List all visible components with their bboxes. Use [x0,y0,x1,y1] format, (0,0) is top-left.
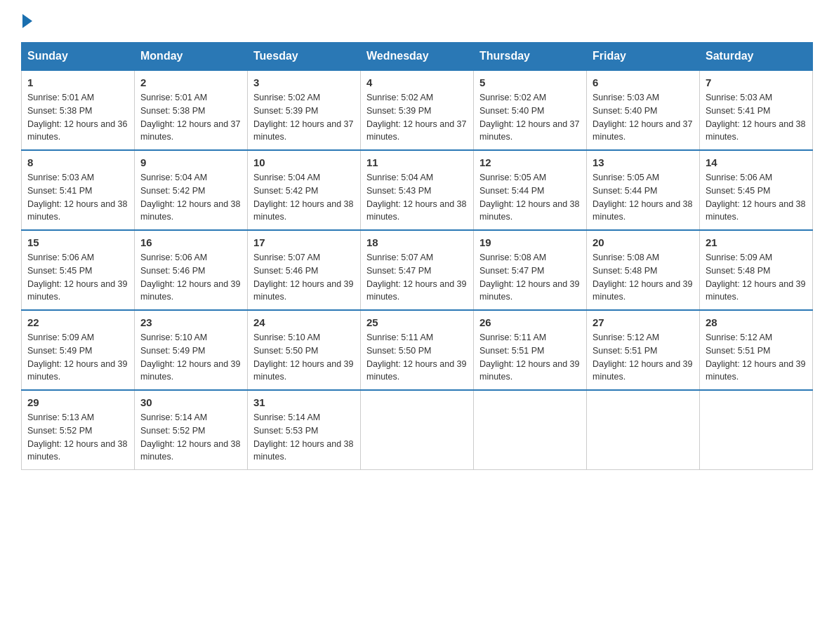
col-header-thursday: Thursday [474,43,587,71]
day-number: 14 [706,156,807,168]
day-info: Sunrise: 5:06 AMSunset: 5:45 PMDaylight:… [706,173,805,222]
day-number: 6 [593,76,694,88]
calendar-cell: 25 Sunrise: 5:11 AMSunset: 5:50 PMDaylig… [361,310,474,390]
calendar-cell: 9 Sunrise: 5:04 AMSunset: 5:42 PMDayligh… [135,150,248,230]
day-number: 2 [140,76,241,88]
calendar-cell: 10 Sunrise: 5:04 AMSunset: 5:42 PMDaylig… [248,150,361,230]
calendar-cell: 21 Sunrise: 5:09 AMSunset: 5:48 PMDaylig… [700,230,813,310]
logo-triangle-icon [22,14,32,28]
calendar-cell: 24 Sunrise: 5:10 AMSunset: 5:50 PMDaylig… [248,310,361,390]
day-number: 9 [140,156,241,168]
calendar-cell [700,390,813,470]
col-header-friday: Friday [587,43,700,71]
calendar-week-5: 29 Sunrise: 5:13 AMSunset: 5:52 PMDaylig… [22,390,813,470]
calendar-header-row: SundayMondayTuesdayWednesdayThursdayFrid… [22,43,813,71]
day-number: 23 [140,316,241,328]
day-info: Sunrise: 5:10 AMSunset: 5:50 PMDaylight:… [253,333,353,382]
calendar-cell: 30 Sunrise: 5:14 AMSunset: 5:52 PMDaylig… [135,390,248,470]
calendar-cell: 27 Sunrise: 5:12 AMSunset: 5:51 PMDaylig… [587,310,700,390]
day-number: 28 [706,316,807,328]
calendar-week-3: 15 Sunrise: 5:06 AMSunset: 5:45 PMDaylig… [22,230,813,310]
calendar-cell: 12 Sunrise: 5:05 AMSunset: 5:44 PMDaylig… [474,150,587,230]
calendar-cell: 17 Sunrise: 5:07 AMSunset: 5:46 PMDaylig… [248,230,361,310]
calendar-cell: 7 Sunrise: 5:03 AMSunset: 5:41 PMDayligh… [700,70,813,150]
day-info: Sunrise: 5:13 AMSunset: 5:52 PMDaylight:… [27,412,127,462]
calendar-cell: 16 Sunrise: 5:06 AMSunset: 5:46 PMDaylig… [135,230,248,310]
day-number: 15 [27,236,128,248]
day-info: Sunrise: 5:04 AMSunset: 5:42 PMDaylight:… [253,173,353,222]
day-info: Sunrise: 5:02 AMSunset: 5:39 PMDaylight:… [366,93,466,142]
calendar-cell: 26 Sunrise: 5:11 AMSunset: 5:51 PMDaylig… [474,310,587,390]
calendar-cell: 20 Sunrise: 5:08 AMSunset: 5:48 PMDaylig… [587,230,700,310]
day-number: 17 [253,236,355,248]
day-number: 31 [253,396,355,408]
day-number: 5 [479,76,581,88]
day-number: 30 [140,396,241,408]
day-info: Sunrise: 5:12 AMSunset: 5:51 PMDaylight:… [593,333,692,382]
calendar-cell: 19 Sunrise: 5:08 AMSunset: 5:47 PMDaylig… [474,230,587,310]
day-number: 10 [253,156,355,168]
calendar-cell: 29 Sunrise: 5:13 AMSunset: 5:52 PMDaylig… [22,390,135,470]
day-info: Sunrise: 5:08 AMSunset: 5:47 PMDaylight:… [479,253,579,302]
calendar-cell: 23 Sunrise: 5:10 AMSunset: 5:49 PMDaylig… [135,310,248,390]
day-info: Sunrise: 5:01 AMSunset: 5:38 PMDaylight:… [27,93,127,142]
col-header-wednesday: Wednesday [361,43,474,71]
day-number: 3 [253,76,355,88]
day-info: Sunrise: 5:04 AMSunset: 5:42 PMDaylight:… [140,173,240,222]
day-number: 16 [140,236,241,248]
day-number: 13 [593,156,694,168]
day-number: 27 [593,316,694,328]
day-number: 18 [366,236,468,248]
calendar-cell: 3 Sunrise: 5:02 AMSunset: 5:39 PMDayligh… [248,70,361,150]
calendar-cell: 6 Sunrise: 5:03 AMSunset: 5:40 PMDayligh… [587,70,700,150]
day-number: 25 [366,316,468,328]
calendar-cell: 1 Sunrise: 5:01 AMSunset: 5:38 PMDayligh… [22,70,135,150]
day-info: Sunrise: 5:02 AMSunset: 5:39 PMDaylight:… [253,93,353,142]
calendar-cell: 31 Sunrise: 5:14 AMSunset: 5:53 PMDaylig… [248,390,361,470]
calendar-cell: 18 Sunrise: 5:07 AMSunset: 5:47 PMDaylig… [361,230,474,310]
calendar-cell: 11 Sunrise: 5:04 AMSunset: 5:43 PMDaylig… [361,150,474,230]
day-info: Sunrise: 5:05 AMSunset: 5:44 PMDaylight:… [593,173,692,222]
calendar-cell: 2 Sunrise: 5:01 AMSunset: 5:38 PMDayligh… [135,70,248,150]
day-info: Sunrise: 5:01 AMSunset: 5:38 PMDaylight:… [140,93,240,142]
page-header [21,14,813,29]
day-number: 26 [479,316,581,328]
calendar-cell: 28 Sunrise: 5:12 AMSunset: 5:51 PMDaylig… [700,310,813,390]
day-info: Sunrise: 5:03 AMSunset: 5:40 PMDaylight:… [593,93,692,142]
day-info: Sunrise: 5:04 AMSunset: 5:43 PMDaylight:… [366,173,466,222]
day-info: Sunrise: 5:08 AMSunset: 5:48 PMDaylight:… [593,253,692,302]
calendar-cell: 13 Sunrise: 5:05 AMSunset: 5:44 PMDaylig… [587,150,700,230]
day-number: 11 [366,156,468,168]
day-info: Sunrise: 5:05 AMSunset: 5:44 PMDaylight:… [479,173,579,222]
day-number: 8 [27,156,128,168]
col-header-monday: Monday [135,43,248,71]
calendar-table: SundayMondayTuesdayWednesdayThursdayFrid… [21,42,813,470]
day-info: Sunrise: 5:11 AMSunset: 5:51 PMDaylight:… [479,333,579,382]
day-info: Sunrise: 5:14 AMSunset: 5:53 PMDaylight:… [253,412,353,462]
calendar-cell: 15 Sunrise: 5:06 AMSunset: 5:45 PMDaylig… [22,230,135,310]
calendar-week-4: 22 Sunrise: 5:09 AMSunset: 5:49 PMDaylig… [22,310,813,390]
day-number: 1 [27,76,128,88]
calendar-cell: 8 Sunrise: 5:03 AMSunset: 5:41 PMDayligh… [22,150,135,230]
logo [21,14,32,29]
day-info: Sunrise: 5:06 AMSunset: 5:45 PMDaylight:… [27,253,127,302]
day-info: Sunrise: 5:11 AMSunset: 5:50 PMDaylight:… [366,333,466,382]
day-info: Sunrise: 5:03 AMSunset: 5:41 PMDaylight:… [27,173,127,222]
calendar-week-1: 1 Sunrise: 5:01 AMSunset: 5:38 PMDayligh… [22,70,813,150]
day-number: 24 [253,316,355,328]
day-number: 29 [27,396,128,408]
day-info: Sunrise: 5:07 AMSunset: 5:46 PMDaylight:… [253,253,353,302]
day-number: 19 [479,236,581,248]
calendar-cell: 14 Sunrise: 5:06 AMSunset: 5:45 PMDaylig… [700,150,813,230]
day-number: 12 [479,156,581,168]
col-header-tuesday: Tuesday [248,43,361,71]
day-info: Sunrise: 5:03 AMSunset: 5:41 PMDaylight:… [706,93,805,142]
calendar-cell: 5 Sunrise: 5:02 AMSunset: 5:40 PMDayligh… [474,70,587,150]
calendar-cell: 4 Sunrise: 5:02 AMSunset: 5:39 PMDayligh… [361,70,474,150]
calendar-cell [474,390,587,470]
day-number: 4 [366,76,468,88]
calendar-cell [587,390,700,470]
day-info: Sunrise: 5:12 AMSunset: 5:51 PMDaylight:… [706,333,805,382]
day-info: Sunrise: 5:09 AMSunset: 5:49 PMDaylight:… [27,333,127,382]
col-header-sunday: Sunday [22,43,135,71]
